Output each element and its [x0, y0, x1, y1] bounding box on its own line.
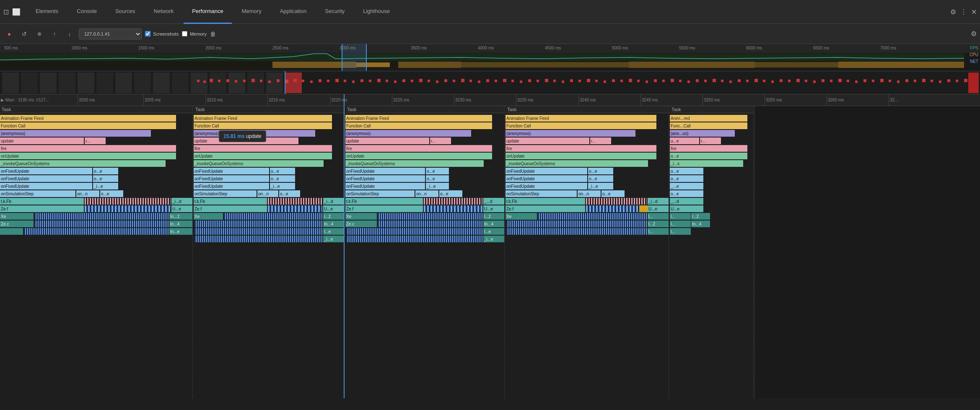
- onsimulation-extra2[interactable]: o...e: [100, 190, 123, 197]
- c3-xe-e[interactable]: l...2: [483, 213, 504, 220]
- c4-fix2[interactable]: onFixedUpdate: [506, 175, 587, 182]
- invoke-block[interactable]: _invokeQueueOnSystems: [0, 160, 166, 167]
- row[interactable]: onUpdate: [0, 152, 192, 160]
- row[interactable]: _...d: [670, 197, 753, 205]
- device-icon[interactable]: ⬜: [12, 8, 21, 16]
- row[interactable]: Ze.f U...e: [0, 205, 192, 213]
- c2-fire[interactable]: fire: [194, 145, 332, 152]
- reload-button[interactable]: ↺: [18, 28, 30, 40]
- row[interactable]: onFixedUpdate o...e: [506, 175, 669, 182]
- c5-xe[interactable]: l...: [670, 213, 691, 220]
- c2-tkfb[interactable]: t.k.Fb: [194, 198, 267, 205]
- c4-fix1e[interactable]: o...e: [588, 168, 613, 174]
- memory-checkbox[interactable]: [182, 31, 187, 36]
- row[interactable]: onSimulationStep on...n o...e: [345, 190, 504, 197]
- c4-tkfb-e[interactable]: _i...d: [648, 198, 669, 205]
- row[interactable]: onFixedUpdate o...e: [0, 167, 192, 175]
- row[interactable]: Animation Frame Fired: [345, 114, 504, 122]
- onupdate-block[interactable]: onUpdate: [0, 153, 176, 159]
- row[interactable]: _invokeQueueOnSystems: [506, 160, 669, 167]
- c4-anon[interactable]: (anonymous): [506, 130, 635, 137]
- row[interactable]: Function Call: [506, 122, 669, 130]
- row[interactable]: fire: [194, 145, 344, 152]
- row[interactable]: update r...: [0, 137, 192, 145]
- c5-xe-e[interactable]: l...2: [691, 213, 710, 220]
- c4-invoke[interactable]: _invokeQueueOnSystems: [506, 160, 648, 167]
- onsimulation-extra1[interactable]: on...n: [76, 190, 99, 197]
- c4-fix3e[interactable]: _i...e: [588, 183, 613, 189]
- clear-button[interactable]: ⊗: [34, 28, 45, 40]
- c3-onupdate[interactable]: onUpdate: [345, 153, 492, 159]
- c3-xe[interactable]: Xe: [345, 213, 377, 220]
- c3-func[interactable]: Function Call: [345, 122, 492, 129]
- tab-console[interactable]: Console: [68, 0, 105, 24]
- row[interactable]: Xe l...2: [345, 213, 504, 220]
- row[interactable]: onFixedUpdate _i...e: [194, 182, 344, 190]
- c2-r3e[interactable]: l...e: [323, 228, 344, 235]
- row[interactable]: t.k.Fb _...d: [345, 197, 504, 205]
- c3-update[interactable]: update: [345, 138, 429, 144]
- c2-func[interactable]: Function Call: [194, 122, 332, 129]
- zec-extra[interactable]: In...4: [169, 221, 192, 227]
- row[interactable]: update r...: [345, 137, 504, 145]
- row[interactable]: onFixedUpdate o...e: [194, 167, 344, 175]
- row[interactable]: (anonymous): [194, 130, 344, 137]
- c3-zec[interactable]: Ze.c: [345, 221, 377, 227]
- c3-fix2e[interactable]: o...e: [426, 175, 449, 182]
- c3-fix1e[interactable]: o...e: [426, 168, 449, 174]
- c2-fix1e[interactable]: o...e: [270, 168, 295, 174]
- tab-elements[interactable]: Elements: [27, 0, 67, 24]
- c5-tkfb[interactable]: _...d: [670, 198, 703, 205]
- update-block[interactable]: update: [0, 138, 84, 144]
- row[interactable]: o...e: [670, 175, 753, 182]
- xe-block[interactable]: Xe: [0, 213, 34, 220]
- row[interactable]: onFixedUpdate _i...e: [506, 182, 669, 190]
- row[interactable]: _invokeQueueOnSystems: [194, 160, 344, 167]
- row[interactable]: _i...e: [194, 235, 344, 243]
- tab-application[interactable]: Application: [272, 0, 315, 24]
- save-button[interactable]: ↓: [64, 28, 75, 40]
- c4-update-e[interactable]: r...: [590, 138, 611, 144]
- c4-xe-e[interactable]: l...: [648, 213, 669, 220]
- c5-r3[interactable]: l...: [670, 228, 691, 235]
- row[interactable]: onFixedUpdate o...e: [0, 175, 192, 182]
- c4-r3e[interactable]: l...: [648, 228, 669, 235]
- row[interactable]: fire: [670, 145, 753, 152]
- tab-memory[interactable]: Memory: [233, 0, 270, 24]
- more-icon[interactable]: ⋮: [960, 8, 967, 16]
- c3-fix3[interactable]: onFixedUpdate: [345, 183, 425, 189]
- c4-sim-e2[interactable]: o...e: [601, 190, 625, 197]
- c3-zef-e[interactable]: U...e: [483, 205, 504, 212]
- url-select[interactable]: 127.0.0.1 #1: [79, 29, 142, 39]
- row[interactable]: Animation Frame Fired: [194, 114, 344, 122]
- update-r-block[interactable]: r...: [85, 138, 106, 144]
- timeline-overview[interactable]: 500 ms 1000 ms 1500 ms 2000 ms 2500 ms 3…: [0, 44, 980, 71]
- c4-sim-e1[interactable]: on...n: [578, 190, 601, 197]
- c5-fix1[interactable]: o...e: [670, 168, 703, 174]
- row[interactable]: Ze.c In...4: [0, 220, 192, 228]
- row[interactable]: _i...e: [345, 235, 504, 243]
- row[interactable]: Func...Call: [670, 122, 753, 130]
- onfixedupdate-3e[interactable]: _i...e: [93, 183, 118, 189]
- c3-tkfb-e[interactable]: _...d: [483, 198, 504, 205]
- function-call-block[interactable]: Function Call: [0, 122, 176, 129]
- row[interactable]: l... l...2: [670, 213, 753, 220]
- c4-tkfb[interactable]: t.k.Fb: [506, 198, 585, 205]
- c4-sim[interactable]: onSimulationStep: [506, 190, 577, 197]
- c2-tkfb-e[interactable]: _i...d: [323, 198, 344, 205]
- tab-security[interactable]: Security: [316, 0, 353, 24]
- row[interactable]: l...: [670, 228, 753, 235]
- c5-fire[interactable]: fire: [670, 145, 747, 152]
- load-button[interactable]: ↑: [49, 28, 60, 40]
- c3-zec-e[interactable]: In...4: [483, 221, 504, 227]
- row[interactable]: (anonymous): [345, 130, 504, 137]
- c2-fix2[interactable]: onFixedUpdate: [194, 175, 269, 182]
- c3-anon[interactable]: (anonymous): [345, 130, 471, 137]
- c5-onupdate[interactable]: o...e: [670, 153, 747, 159]
- c4-fire[interactable]: fire: [506, 145, 656, 152]
- row[interactable]: o...e: [670, 190, 753, 197]
- row[interactable]: onUpdate: [345, 152, 504, 160]
- record-button[interactable]: ●: [3, 28, 15, 40]
- row[interactable]: In...e: [0, 228, 192, 235]
- c3-fire[interactable]: fire: [345, 145, 492, 152]
